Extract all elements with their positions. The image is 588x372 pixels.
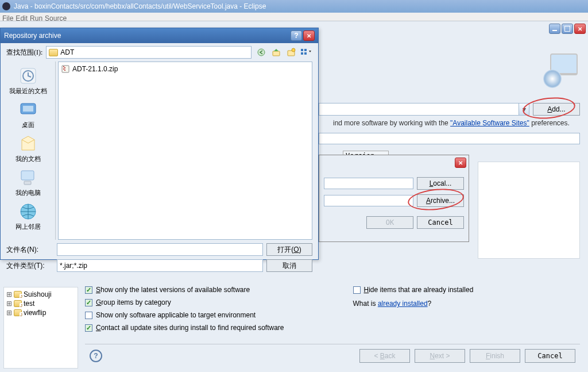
eclipse-app-icon <box>2 2 10 10</box>
file-list[interactable]: ADT-21.1.0.zip <box>58 62 312 240</box>
eclipse-window-title: Java - boxinContacts/src/com/hebbx/allCo… <box>14 2 266 10</box>
places-desktop[interactable]: 桌面 <box>18 100 38 129</box>
current-folder-name: ADT <box>60 48 74 56</box>
install-hint-text: ind more software by working with the "A… <box>333 119 570 127</box>
file-dialog-help[interactable]: ? <box>291 30 302 41</box>
help-icon[interactable]: ? <box>90 350 102 362</box>
new-folder-icon[interactable] <box>285 47 297 58</box>
svg-rect-7 <box>304 52 307 55</box>
chk-show-latest[interactable]: Show only the latest versions of availab… <box>85 286 284 294</box>
svg-point-0 <box>258 49 265 56</box>
add-repo-close[interactable] <box>455 158 466 168</box>
install-wizard-icon <box>543 53 578 88</box>
svg-point-3 <box>292 48 295 52</box>
filter-input[interactable] <box>319 133 580 144</box>
java-project-icon <box>14 300 22 307</box>
places-network[interactable]: 网上邻居 <box>16 202 41 231</box>
package-explorer[interactable]: ⊞Suishouji ⊞test ⊞viewflip <box>3 287 78 369</box>
add-button[interactable]: Add... <box>533 103 580 116</box>
available-sites-link[interactable]: "Available Software Sites" <box>450 119 529 127</box>
already-installed-link[interactable]: already installed <box>378 300 428 308</box>
filename-label: 文件名(N): <box>6 245 53 255</box>
tree-item-test[interactable]: ⊞test <box>6 299 75 308</box>
what-is-installed-text: What is already installed? <box>353 300 474 308</box>
work-with-combo[interactable] <box>319 103 529 116</box>
svg-rect-4 <box>301 49 303 51</box>
repo-name-input[interactable] <box>324 178 413 189</box>
chk-target-env[interactable]: Show only software applicable to target … <box>85 311 284 319</box>
nav-up-icon[interactable] <box>270 47 283 58</box>
file-dialog-close[interactable] <box>303 30 315 41</box>
chk-contact-all[interactable]: Contact all update sites during install … <box>85 324 284 332</box>
tree-item-viewflip[interactable]: ⊞viewflip <box>6 308 75 317</box>
svg-rect-6 <box>304 49 307 51</box>
repo-location-input[interactable] <box>324 195 413 206</box>
chk-group-category[interactable]: Group items by category <box>85 298 284 306</box>
wizard-finish-button[interactable]: Finish <box>470 349 520 363</box>
svg-rect-16 <box>63 66 64 67</box>
file-entry-adt-zip[interactable]: ADT-21.1.0.zip <box>61 64 310 74</box>
folder-icon <box>49 49 58 56</box>
local-button[interactable]: Local... <box>417 177 464 190</box>
svg-rect-1 <box>273 51 280 56</box>
install-window-minimize[interactable] <box>549 24 560 34</box>
open-button[interactable]: 打开(O) <box>266 243 312 256</box>
svg-rect-18 <box>63 68 64 70</box>
view-menu-icon[interactable] <box>300 47 312 58</box>
svg-rect-17 <box>64 67 65 68</box>
svg-rect-13 <box>24 181 31 185</box>
install-window-maximize[interactable] <box>562 24 573 34</box>
file-dialog-title: Repository archive <box>4 32 61 40</box>
svg-rect-12 <box>21 171 34 180</box>
java-project-icon <box>14 309 22 316</box>
places-computer[interactable]: 我的电脑 <box>16 168 41 197</box>
svg-rect-11 <box>23 106 33 112</box>
wizard-next-button[interactable]: Next > <box>415 349 465 363</box>
places-mydocs[interactable]: 我的文档 <box>16 134 41 163</box>
filename-input[interactable] <box>57 243 263 256</box>
lookin-label: 查找范围(I): <box>6 48 42 57</box>
svg-rect-19 <box>64 70 65 71</box>
java-project-icon <box>14 291 22 298</box>
filetype-combo[interactable]: *.jar;*.zip <box>57 259 263 272</box>
svg-rect-5 <box>301 52 303 55</box>
file-cancel-button[interactable]: 取消 <box>266 259 312 272</box>
folder-combo[interactable]: ADT <box>46 46 252 59</box>
software-list-area <box>478 162 580 259</box>
install-window-close[interactable] <box>574 24 586 34</box>
add-repo-ok-button[interactable]: OK <box>366 216 413 229</box>
places-recent[interactable]: 我最近的文档 <box>9 66 47 95</box>
tree-item-suishouji[interactable]: ⊞Suishouji <box>6 290 75 299</box>
filetype-label: 文件类型(T): <box>6 261 53 271</box>
archive-button[interactable]: Archive... <box>417 194 464 207</box>
svg-rect-15 <box>62 66 69 72</box>
chk-hide-installed[interactable]: Hide items that are already installed <box>353 286 474 294</box>
combo-dropdown-icon[interactable] <box>519 103 529 115</box>
archive-file-icon <box>61 64 70 74</box>
nav-back-icon[interactable] <box>255 47 268 58</box>
add-repo-cancel-button[interactable]: Cancel <box>417 216 464 229</box>
wizard-cancel-button[interactable]: Cancel <box>525 349 575 363</box>
wizard-back-button[interactable]: < Back <box>359 349 410 363</box>
